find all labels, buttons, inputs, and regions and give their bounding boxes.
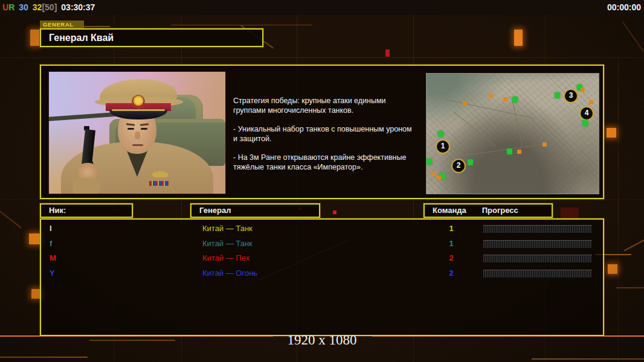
header-general: Генерал [190,203,320,218]
header-team-progress: КомандаПрогресс [423,203,553,218]
player-team: 1 [442,239,460,248]
start-position-marker: 1 [436,139,450,154]
status-letter-u: U [2,2,8,12]
briefing-panel: Стратегия победы: крупные атаки едиными … [40,65,604,199]
supply-dock-icon [512,97,518,103]
circuit-decor [385,49,390,57]
portrait-cuff [72,178,100,194]
header-progress-label: Прогресс [482,206,518,215]
portrait-badge [152,171,168,177]
circuit-decor [514,30,523,46]
progress-bar [483,255,592,263]
circuit-decor [622,22,644,52]
general-name-text: Генерал Квай [41,30,262,46]
circuit-decor [0,199,644,200]
status-match-time: 03:30:37 [61,2,95,12]
portrait-eyer [141,128,147,130]
header-team-label: Команда [433,206,466,215]
status-value-50: [50] [42,2,57,12]
player-general: Китай — Огонь [202,268,257,278]
player-nick: I [50,224,52,233]
general-portrait [48,71,226,194]
portrait-eyel [127,128,134,130]
circuit-decor [333,211,336,214]
structure-icon [503,97,507,101]
strategy-line-1: Стратегия победы: крупные атаки едиными … [233,96,425,115]
structure-icon [581,88,585,92]
circuit-decor [618,54,619,362]
circuit-decor [0,211,22,228]
supply-dock-icon [427,159,432,165]
structure-icon [517,150,521,154]
loading-screen: UR3032[50]03:30:37 00:00:00 GENERAL Гене… [0,0,644,362]
strategy-text: Стратегия победы: крупные атаки едиными … [233,96,425,181]
player-nick: M [50,253,56,262]
status-letter-r: R [8,2,14,12]
player-row: fКитай — Танк1 [41,237,603,252]
player-row: IКитай — Танк1 [41,221,603,237]
supply-dock-icon [555,92,560,98]
circuit-decor [0,357,88,358]
circuit-decor [532,358,644,360]
structure-icon [463,101,467,106]
player-row: YКитай — Огонь2 [41,266,603,281]
status-bar: UR3032[50]03:30:37 00:00:00 [0,0,644,15]
structure-icon [489,94,493,98]
circuit-decor [29,233,40,244]
status-value-32: 32 [33,2,42,12]
structure-icon [431,172,435,176]
player-team: 1 [442,224,460,233]
player-general: Китай — Танк [202,239,253,248]
circuit-decor [623,236,644,251]
start-position-marker: 2 [451,159,466,173]
progress-bar [483,225,592,233]
circuit-decor [607,128,616,138]
header-nick: Ник: [40,203,133,218]
supply-dock-icon [468,159,473,165]
general-tab-label: GENERAL [40,21,84,28]
progress-bar [483,270,592,278]
portrait-emblem [132,95,145,108]
strategy-line-3: - На 3м Ранге открываются крайне эффекти… [233,153,425,172]
supply-dock-icon [438,131,443,137]
circuit-decor [616,287,644,288]
player-team: 2 [442,268,460,278]
strategy-line-2: - Уникальный набор танков с повышенным у… [233,124,425,144]
player-list-panel: IКитай — Танк1fКитай — Танк1MКитай — Пех… [40,218,604,336]
status-left: UR3032[50]03:30:37 [2,1,95,14]
portrait-braid [112,109,165,111]
circuit-decor [30,30,39,46]
circuit-decor [608,264,617,274]
circuit-decor [561,208,579,220]
circuit-decor [0,57,644,58]
general-name-box: Генерал Квай [40,28,263,47]
supply-dock-icon [507,148,512,154]
portrait-mouth [132,144,143,146]
structure-icon [543,142,547,147]
start-position-marker: 4 [579,106,594,121]
portrait-ribbons [149,181,169,186]
supply-dock-icon [582,120,588,126]
status-game-timer: 00:00:00 [607,1,641,14]
resolution-label: 1920 x 1080 [0,332,644,348]
player-general: Китай — Пех [202,253,250,262]
player-row: MКитай — Пех2 [41,251,603,266]
minimap: 1234 [426,73,599,194]
player-nick: Y [50,268,55,278]
player-team: 2 [442,253,460,262]
portrait-nose [135,132,140,139]
structure-icon [589,100,593,104]
structure-icon [437,176,441,180]
status-value-30: 30 [19,2,28,12]
player-general: Китай — Танк [202,224,253,233]
progress-bar [483,240,592,249]
player-nick: f [50,239,52,248]
start-position-marker: 3 [564,89,578,103]
